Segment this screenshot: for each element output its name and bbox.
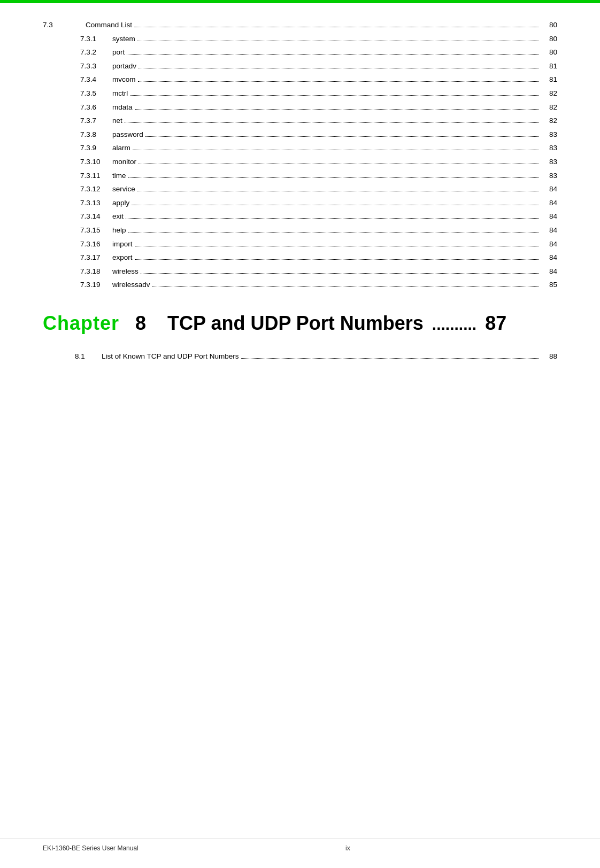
footer: EKI-1360-BE Series User Manual ix bbox=[0, 839, 600, 852]
chapter-8-dots: .......... bbox=[432, 315, 476, 333]
toc-entry-7-3-10: 7.3.10 monitor 83 bbox=[43, 156, 557, 168]
toc-sub-num: 7.3.5 bbox=[75, 88, 112, 99]
toc-sub-num: 8.1 bbox=[75, 351, 102, 362]
toc-entry-7-3-9: 7.3.9 alarm 83 bbox=[43, 142, 557, 154]
toc-entry-7-3-18: 7.3.18 wireless 84 bbox=[43, 266, 557, 277]
toc-entry-7-3-1: 7.3.1 system 80 bbox=[43, 33, 557, 45]
toc-page: 81 bbox=[541, 60, 557, 72]
toc-page: 82 bbox=[541, 115, 557, 127]
toc-page: 82 bbox=[541, 88, 557, 99]
chapter-word: Chapter bbox=[43, 312, 119, 335]
toc-page: 84 bbox=[541, 266, 557, 277]
toc-sub-num: 7.3.1 bbox=[75, 33, 112, 45]
toc-entry-7-3-19: 7.3.19 wirelessadv 85 bbox=[43, 279, 557, 291]
toc-label: alarm bbox=[112, 142, 130, 154]
toc-label: wirelessadv bbox=[112, 279, 150, 291]
toc-entry-7-3-12: 7.3.12 service 84 bbox=[43, 183, 557, 195]
toc-sub-num: 7.3.9 bbox=[75, 142, 112, 154]
toc-label: import bbox=[112, 238, 133, 250]
toc-sub-num: 7.3.6 bbox=[75, 102, 112, 113]
toc-label: apply bbox=[112, 197, 129, 209]
toc-sub-num: 7.3.2 bbox=[75, 46, 112, 58]
toc-page: 80 bbox=[541, 46, 557, 58]
toc-entry-7-3-4: 7.3.4 mvcom 81 bbox=[43, 74, 557, 86]
toc-sub-num: 7.3.3 bbox=[75, 60, 112, 72]
toc-page: 82 bbox=[541, 102, 557, 113]
toc-entry-7-3-8: 7.3.8 password 83 bbox=[43, 129, 557, 141]
footer-manual-name: EKI-1360-BE Series User Manual bbox=[43, 844, 139, 852]
toc-dots bbox=[137, 41, 539, 41]
toc-dots bbox=[135, 246, 539, 246]
toc-label: help bbox=[112, 224, 126, 236]
toc-page: 83 bbox=[541, 129, 557, 141]
toc-dots bbox=[128, 232, 539, 232]
toc-dots bbox=[126, 218, 539, 219]
toc-dots bbox=[130, 95, 539, 96]
chapter-number-8: 8 bbox=[135, 312, 146, 335]
toc-page: 84 bbox=[541, 183, 557, 195]
toc-page: 83 bbox=[541, 156, 557, 168]
toc-entry-7-3-17: 7.3.17 export 84 bbox=[43, 252, 557, 264]
toc-dots bbox=[135, 109, 539, 110]
toc-page: 85 bbox=[541, 279, 557, 291]
toc-entry-7-3-11: 7.3.11 time 83 bbox=[43, 170, 557, 182]
toc-sub-num: 7.3.4 bbox=[75, 74, 112, 86]
chapter-8-page: 87 bbox=[485, 312, 506, 334]
toc-label: mvcom bbox=[112, 74, 136, 86]
toc-dots bbox=[139, 164, 539, 164]
toc-entry-8-1: 8.1 List of Known TCP and UDP Port Numbe… bbox=[43, 351, 557, 362]
toc-dots bbox=[132, 205, 539, 205]
toc-dots bbox=[141, 273, 539, 274]
toc-page-7-3: 80 bbox=[541, 19, 557, 31]
toc-page: 84 bbox=[541, 224, 557, 236]
footer-page-number: ix bbox=[345, 844, 350, 852]
chapter-8-title: TCP and UDP Port Numbers .......... 87 bbox=[167, 312, 557, 335]
toc-label: system bbox=[112, 33, 135, 45]
toc-sub-num: 7.3.10 bbox=[75, 156, 112, 168]
toc-sub-num: 7.3.12 bbox=[75, 183, 112, 195]
toc-dots bbox=[138, 81, 540, 82]
toc-dots bbox=[127, 54, 539, 55]
toc-dots bbox=[128, 177, 539, 178]
toc-label: service bbox=[112, 183, 135, 195]
toc-label: export bbox=[112, 252, 133, 264]
toc-entry-7-3-16: 7.3.16 import 84 bbox=[43, 238, 557, 250]
toc-label: mctrl bbox=[112, 88, 128, 99]
toc-page: 83 bbox=[541, 170, 557, 182]
toc-entry-7-3-7: 7.3.7 net 82 bbox=[43, 115, 557, 127]
toc-dots-7-3 bbox=[134, 27, 539, 27]
toc-section-8: 8.1 List of Known TCP and UDP Port Numbe… bbox=[43, 351, 557, 362]
toc-entry-7-3-5: 7.3.5 mctrl 82 bbox=[43, 88, 557, 99]
toc-label: portadv bbox=[112, 60, 136, 72]
toc-page: 84 bbox=[541, 211, 557, 222]
toc-dots bbox=[135, 259, 539, 260]
toc-page: 80 bbox=[541, 33, 557, 45]
toc-dots bbox=[152, 286, 539, 287]
toc-page: 84 bbox=[541, 238, 557, 250]
toc-dots bbox=[139, 68, 539, 68]
toc-sub-num: 7.3.17 bbox=[75, 252, 112, 264]
toc-page: 83 bbox=[541, 142, 557, 154]
page-content: 7.3 Command List 80 7.3.1 system 80 7.3.… bbox=[0, 3, 600, 415]
toc-dots bbox=[145, 136, 539, 137]
toc-label: wireless bbox=[112, 266, 139, 277]
toc-label: mdata bbox=[112, 102, 133, 113]
toc-label-7-3: Command List bbox=[86, 19, 132, 31]
toc-label: monitor bbox=[112, 156, 136, 168]
toc-page: 81 bbox=[541, 74, 557, 86]
toc-page: 84 bbox=[541, 252, 557, 264]
toc-sub-num: 7.3.16 bbox=[75, 238, 112, 250]
toc-label: time bbox=[112, 170, 126, 182]
toc-sub-num: 7.3.18 bbox=[75, 266, 112, 277]
toc-dots bbox=[137, 191, 539, 191]
toc-sub-num: 7.3.11 bbox=[75, 170, 112, 182]
toc-subsections-7-3: 7.3.1 system 80 7.3.2 port 80 7.3.3 port… bbox=[43, 33, 557, 291]
toc-sub-num: 7.3.14 bbox=[75, 211, 112, 222]
toc-label: port bbox=[112, 46, 125, 58]
toc-sub-num: 7.3.7 bbox=[75, 115, 112, 127]
toc-sub-num: 7.3.19 bbox=[75, 279, 112, 291]
toc-sub-num: 7.3.15 bbox=[75, 224, 112, 236]
toc-entry-7-3-14: 7.3.14 exit 84 bbox=[43, 211, 557, 222]
toc-label: exit bbox=[112, 211, 124, 222]
toc-entry-7-3-13: 7.3.13 apply 84 bbox=[43, 197, 557, 209]
